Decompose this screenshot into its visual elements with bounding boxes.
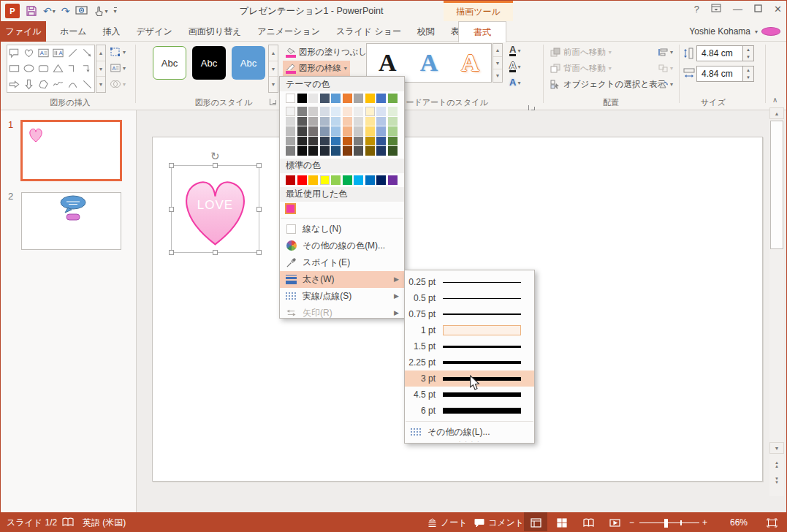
arrow-right-icon[interactable] <box>7 77 22 92</box>
bring-forward-button[interactable]: 前面へ移動▾ <box>547 45 615 60</box>
next-slide-button[interactable]: ▼▼ <box>769 474 784 487</box>
standard-color-swatch[interactable] <box>354 175 363 185</box>
customize-qat-icon[interactable]: ▾ <box>114 7 117 15</box>
standard-color-swatch[interactable] <box>365 175 375 185</box>
user-menu-caret-icon[interactable]: ▾ <box>755 28 758 35</box>
shape-gallery-scrollbar[interactable]: ▲ ▼ ▼ <box>96 45 106 93</box>
zoom-slider[interactable] <box>639 522 699 524</box>
line-weight-option[interactable]: 1 pt <box>405 322 534 338</box>
line-weight-option[interactable]: 0.5 pt <box>405 290 534 306</box>
save-icon[interactable] <box>26 5 37 17</box>
theme-variant-swatch[interactable] <box>297 107 307 116</box>
theme-variant-swatch[interactable] <box>286 107 295 116</box>
arc-icon[interactable] <box>65 77 80 92</box>
theme-color-swatch[interactable] <box>365 94 375 103</box>
triangle-icon[interactable] <box>51 61 66 76</box>
line-weight-option[interactable]: 1.5 pt <box>405 338 534 354</box>
shape-width-input[interactable]: 4.84 cm <box>696 66 743 82</box>
theme-variant-swatch[interactable] <box>308 137 318 146</box>
line-weight-option[interactable]: 0.75 pt <box>405 306 534 322</box>
drawing-tools-context-tab[interactable]: 描画ツール <box>444 1 513 21</box>
theme-variant-swatch[interactable] <box>308 126 318 136</box>
user-name[interactable]: Yoshie Kohama <box>689 26 750 37</box>
theme-color-swatch[interactable] <box>308 94 318 103</box>
ribbon-tab[interactable]: 挿入 <box>95 21 129 42</box>
callout-icon[interactable] <box>7 45 22 61</box>
shape-width-stepper[interactable]: ▲▼ <box>743 66 754 82</box>
standard-color-swatch[interactable] <box>297 175 307 185</box>
ribbon-tab[interactable]: アニメーション <box>249 21 328 42</box>
theme-color-swatch[interactable] <box>354 94 363 103</box>
theme-variant-swatch[interactable] <box>286 137 295 146</box>
theme-variant-swatch[interactable] <box>308 146 318 156</box>
theme-variant-swatch[interactable] <box>297 117 307 126</box>
theme-variant-swatch[interactable] <box>343 117 352 126</box>
start-slideshow-icon[interactable] <box>75 6 88 17</box>
styles-up-icon[interactable]: ▲ <box>269 45 278 61</box>
gallery-down-icon[interactable]: ▼ <box>96 61 105 77</box>
arrow-down-icon[interactable] <box>22 77 37 92</box>
rotate-handle-icon[interactable]: ↻ <box>210 150 220 163</box>
theme-variant-swatch[interactable] <box>365 146 375 156</box>
theme-variant-swatch[interactable] <box>376 137 386 146</box>
more-lines-button[interactable]: その他の線(L)... <box>405 424 534 440</box>
theme-variant-swatch[interactable] <box>365 126 375 136</box>
theme-color-swatch[interactable] <box>297 94 307 103</box>
zoom-level[interactable]: 66% <box>730 512 748 532</box>
theme-variant-swatch[interactable] <box>354 126 363 136</box>
theme-variant-swatch[interactable] <box>320 107 330 116</box>
fit-slide-to-window-icon[interactable] <box>767 512 778 532</box>
shape-height-stepper[interactable]: ▲▼ <box>743 45 754 61</box>
zoom-in-button[interactable]: + <box>702 512 707 532</box>
wordart-preset-blue[interactable]: A <box>420 49 438 77</box>
theme-variant-swatch[interactable] <box>331 146 341 156</box>
wordart-preset-black[interactable]: A <box>379 49 397 77</box>
maximize-button[interactable] <box>754 4 762 15</box>
group-objects-button[interactable]: ▾ <box>656 61 674 75</box>
theme-variant-swatch[interactable] <box>308 107 318 116</box>
theme-variant-swatch[interactable] <box>320 117 330 126</box>
previous-slide-button[interactable]: ▲▲ <box>769 458 784 471</box>
theme-variant-swatch[interactable] <box>388 107 398 116</box>
menu-item[interactable]: 太さ(W)▶ <box>280 271 404 288</box>
reading-view-button[interactable] <box>577 512 600 532</box>
theme-color-swatch[interactable] <box>343 94 352 103</box>
theme-variant-swatch[interactable] <box>286 126 295 136</box>
slide-2-thumbnail[interactable] <box>21 192 121 250</box>
theme-variant-swatch[interactable] <box>297 137 307 146</box>
menu-resize-grip[interactable]: ∙ ∙ ∙ ∙ <box>405 440 534 446</box>
notes-button[interactable]: ノート <box>427 512 468 532</box>
shape-height-input[interactable]: 4.84 cm <box>696 45 743 61</box>
ribbon-tab[interactable]: 校閲 <box>409 21 443 42</box>
menu-item[interactable]: 矢印(R)▶ <box>280 305 404 322</box>
touch-mode-icon[interactable]: ▾ <box>94 6 107 17</box>
elbow-arrow-connector-icon[interactable] <box>80 61 94 76</box>
text-effects-button[interactable]: A ▾ <box>508 75 522 90</box>
theme-variant-swatch[interactable] <box>286 146 295 156</box>
scrollbar-thumb[interactable] <box>770 121 783 249</box>
rectangle-icon[interactable] <box>7 61 22 76</box>
styles-down-icon[interactable]: ▼ <box>269 61 278 77</box>
standard-color-swatch[interactable] <box>388 175 398 185</box>
ellipse-icon[interactable] <box>22 61 37 76</box>
theme-variant-swatch[interactable] <box>365 137 375 146</box>
wordart-more-icon[interactable]: ▼ <box>493 69 502 82</box>
standard-color-swatch[interactable] <box>343 175 352 185</box>
shape-fill-button[interactable]: 図形の塗りつぶし ▾ <box>283 45 376 60</box>
spellcheck-icon[interactable] <box>62 512 74 532</box>
ribbon-tab[interactable]: スライド ショー <box>328 21 409 42</box>
scroll-down-icon[interactable]: ▼ <box>769 442 784 454</box>
theme-variant-swatch[interactable] <box>376 126 386 136</box>
avatar[interactable] <box>761 27 780 36</box>
line-weight-option[interactable]: 6 pt <box>405 403 534 419</box>
undo-button[interactable]: ↶▾ <box>43 5 56 17</box>
vertical-scrollbar[interactable]: ▲ ▼ ▲▲ ▼▼ <box>769 107 784 496</box>
styles-more-icon[interactable]: ▼ <box>269 77 278 92</box>
theme-variant-swatch[interactable] <box>297 126 307 136</box>
theme-variant-swatch[interactable] <box>354 146 363 156</box>
zoom-slider-thumb[interactable] <box>664 519 668 528</box>
gallery-up-icon[interactable]: ▲ <box>96 45 105 61</box>
help-icon[interactable]: ? <box>694 4 699 15</box>
tab-file[interactable]: ファイル <box>1 21 46 42</box>
comments-button[interactable]: コメント <box>474 512 524 532</box>
